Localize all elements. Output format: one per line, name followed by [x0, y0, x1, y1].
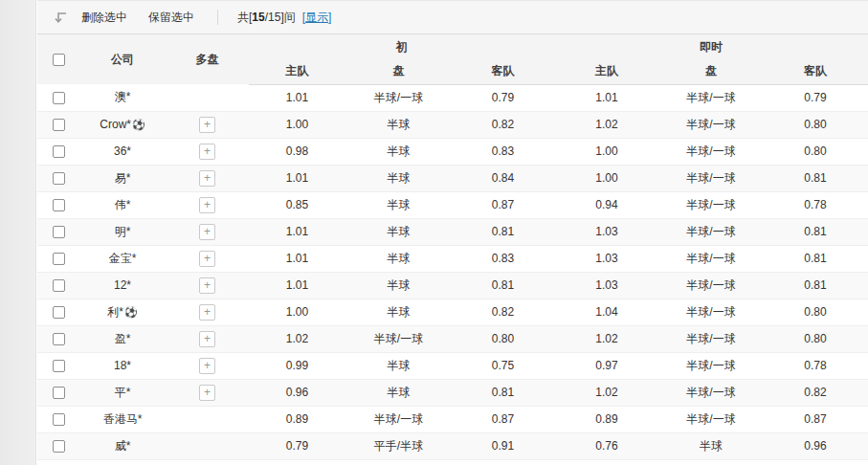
expand-multi-odds-button[interactable]: +: [199, 251, 215, 267]
table-row: 澳*1.01半球/一球0.791.01半球/一球0.79: [37, 84, 868, 111]
init-away-odds: 0.83: [452, 245, 554, 272]
row-checkbox[interactable]: [53, 279, 65, 292]
row-checkbox-cell: [37, 325, 79, 352]
company-name: 威*: [115, 439, 131, 453]
live-home-odds: 1.03: [554, 218, 659, 245]
delete-selected-button[interactable]: 删除选中: [81, 10, 127, 26]
init-home-odds: 1.01: [249, 165, 345, 191]
row-checkbox-cell: [37, 138, 79, 165]
init-away-odds: 0.81: [452, 379, 554, 406]
row-checkbox[interactable]: [53, 306, 65, 319]
row-checkbox[interactable]: [53, 413, 65, 426]
init-home-odds: 0.79: [249, 432, 345, 459]
live-away-odds: 0.78: [763, 352, 868, 379]
expand-multi-odds-button[interactable]: +: [199, 224, 215, 240]
init-away-odds: 0.83: [452, 138, 554, 165]
multi-odds-cell: [166, 84, 249, 111]
row-checkbox[interactable]: [53, 92, 65, 104]
live-handicap-value: 半球/一球: [659, 218, 763, 245]
row-checkbox[interactable]: [53, 226, 65, 238]
expand-multi-odds-button[interactable]: +: [199, 170, 215, 187]
company-name: 36*: [114, 144, 131, 158]
select-all-checkbox[interactable]: [53, 54, 65, 66]
row-checkbox[interactable]: [53, 387, 65, 399]
bookmaker-count: 共[15/15]间: [237, 10, 296, 26]
company-cell: 平*: [79, 379, 166, 406]
show-link[interactable]: [显示]: [302, 10, 332, 26]
table-row: 香港马*0.89半球/一球0.870.89半球/一球0.87: [37, 406, 868, 432]
row-checkbox[interactable]: [53, 333, 65, 345]
company-name: 利*: [107, 305, 123, 319]
company-cell: Crow*⚽: [79, 111, 166, 138]
multi-odds-cell: +: [166, 165, 249, 191]
table-row: 威*0.79平手/半球0.910.76半球0.96: [37, 432, 868, 459]
expand-multi-odds-button[interactable]: +: [199, 197, 215, 213]
row-checkbox-cell: [37, 379, 79, 406]
init-home-odds: 0.85: [249, 191, 345, 218]
multi-odds-cell: +: [166, 379, 249, 406]
row-checkbox[interactable]: [53, 440, 65, 453]
left-gutter: [0, 0, 36, 465]
init-handicap-value: 半球: [345, 379, 452, 406]
multi-odds-cell: [166, 406, 249, 432]
company-name: 平*: [115, 386, 131, 399]
company-cell: 12*: [79, 272, 166, 299]
multi-odds-cell: [166, 432, 249, 459]
live-handicap-value: 半球/一球: [659, 138, 763, 165]
table-row: 伟*+0.85半球0.870.94半球/一球0.78: [37, 191, 868, 218]
select-all-cell: [37, 34, 79, 84]
init-handicap-value: 半球: [345, 111, 452, 138]
init-handicap-value: 半球: [345, 272, 452, 299]
expand-multi-odds-button[interactable]: +: [199, 277, 215, 294]
row-checkbox[interactable]: [53, 360, 65, 372]
init-handicap-value: 半球: [345, 352, 452, 379]
init-away-odds: 0.87: [452, 191, 554, 218]
multi-odds-cell: +: [166, 299, 249, 325]
row-checkbox-cell: [37, 406, 79, 432]
table-row: 平*+0.96半球0.811.02半球/一球0.82: [37, 379, 868, 406]
row-checkbox[interactable]: [53, 253, 65, 265]
row-checkbox-cell: [37, 84, 79, 111]
live-handicap-value: 半球/一球: [659, 406, 763, 432]
expand-multi-odds-button[interactable]: +: [199, 358, 215, 374]
company-cell: 香港马*: [79, 406, 166, 432]
expand-multi-odds-button[interactable]: +: [199, 144, 215, 160]
company-cell: 36*: [79, 138, 166, 165]
expand-multi-odds-button[interactable]: +: [199, 385, 215, 401]
keep-selected-button[interactable]: 保留选中: [148, 10, 194, 26]
row-checkbox[interactable]: [53, 119, 65, 131]
row-checkbox[interactable]: [53, 145, 65, 158]
expand-multi-odds-button[interactable]: +: [199, 304, 215, 321]
table-row: Crow*⚽+1.00半球0.821.02半球/一球0.80: [37, 111, 868, 138]
init-home-odds: 0.99: [249, 352, 345, 379]
init-away-odds: 0.82: [452, 111, 554, 138]
multi-odds-cell: +: [166, 325, 249, 352]
init-home-odds: 1.01: [249, 84, 345, 111]
init-home-odds: 0.96: [249, 379, 345, 406]
row-checkbox-cell: [37, 245, 79, 272]
multi-odds-cell: +: [166, 272, 249, 299]
init-handicap-value: 半球: [345, 245, 452, 272]
company-name: 易*: [115, 171, 131, 185]
multi-odds-cell: +: [166, 218, 249, 245]
live-away-odds: 0.80: [763, 325, 868, 352]
row-checkbox[interactable]: [53, 172, 65, 185]
company-cell: 伟*: [79, 191, 166, 218]
row-checkbox[interactable]: [53, 199, 65, 211]
company-name: Crow*: [100, 118, 131, 131]
header-multi: 多盘: [166, 34, 249, 84]
expand-multi-odds-button[interactable]: +: [199, 117, 215, 133]
init-away-odds: 0.75: [452, 352, 554, 379]
live-home-odds: 1.04: [554, 299, 659, 325]
init-home-odds: 1.00: [249, 299, 345, 325]
company-name: 明*: [115, 225, 131, 238]
init-home-odds: 1.01: [249, 245, 345, 272]
multi-odds-cell: +: [166, 245, 249, 272]
live-home-odds: 1.03: [554, 245, 659, 272]
expand-multi-odds-button[interactable]: +: [199, 331, 215, 347]
init-away-odds: 0.87: [452, 406, 554, 432]
init-handicap-value: 平手/半球: [345, 432, 452, 459]
header-group-initial: 初: [249, 34, 554, 59]
odds-table: 公司 多盘 初 即时 主队 盘 客队 主队 盘 客队 澳*1.01半球/一球0.…: [37, 34, 868, 460]
toolbar-divider: [217, 10, 218, 25]
